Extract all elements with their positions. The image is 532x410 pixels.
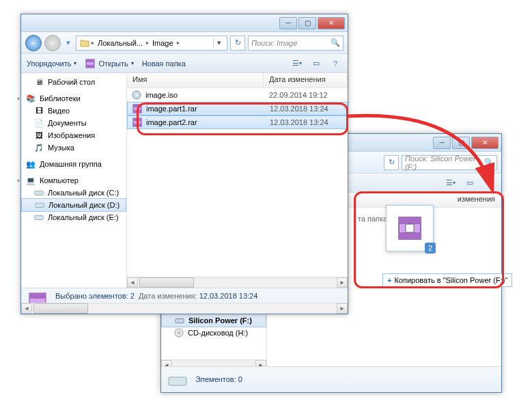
explorer-window-source: ─ ▢ ✕ ← → ▾ ▸ Локальный... ▸ Image ▸ ▾ ↻…	[20, 14, 348, 314]
documents-icon: 📄	[33, 118, 44, 128]
search-icon: 🔍	[484, 158, 494, 167]
svg-rect-25	[399, 217, 421, 224]
scroll-thumb[interactable]	[139, 277, 194, 288]
svg-rect-26	[399, 232, 421, 239]
file-name: image.part1.rar	[146, 105, 197, 113]
drag-count-badge: 2	[425, 243, 436, 254]
svg-rect-27	[406, 224, 414, 232]
svg-rect-22	[29, 293, 46, 299]
pictures-icon: 🖼	[33, 131, 44, 140]
rar-icon	[132, 103, 143, 114]
file-row-selected[interactable]: image.part2.rar 12.03.2018 13:24	[127, 115, 348, 129]
address-bar: ← → ▾ ▸ Локальный... ▸ Image ▸ ▾ ↻ Поиск…	[21, 32, 348, 54]
crumb-parent[interactable]: Локальный...	[96, 38, 145, 48]
svg-rect-3	[176, 318, 184, 323]
open-button[interactable]: Открыть ▾	[85, 59, 133, 68]
search-input[interactable]: Поиск: Image 🔍	[248, 36, 344, 51]
nav-drive-d-selected[interactable]: Локальный диск (D:)	[21, 198, 126, 212]
svg-point-14	[136, 94, 138, 96]
drag-ghost: 2	[386, 205, 434, 251]
nav-drive-f-selected[interactable]: Silicon Power (F:)	[161, 314, 266, 327]
maximize-button[interactable]: ▢	[452, 137, 470, 149]
view-options-button[interactable]: ☰ ▾	[444, 177, 458, 189]
folder-icon	[79, 38, 90, 48]
svg-rect-6	[169, 377, 186, 385]
maximize-button[interactable]: ▢	[298, 17, 316, 29]
scroll-left[interactable]: ◄	[127, 277, 138, 288]
drive-large-icon	[167, 369, 188, 391]
refresh-button[interactable]: ↻	[230, 36, 245, 51]
nav-music[interactable]: 🎵Музыка	[21, 141, 126, 154]
view-options-button[interactable]: ☰ ▾	[290, 57, 304, 70]
column-headers: Имя Дата изменения	[127, 73, 348, 88]
search-placeholder: Поиск: Silicon Power (F:)	[405, 154, 484, 171]
drive-icon	[33, 213, 44, 222]
organize-button[interactable]: Упорядочить ▾	[27, 59, 76, 68]
svg-point-5	[178, 332, 180, 334]
search-input[interactable]: Поиск: Silicon Power (F:) 🔍	[402, 155, 497, 170]
nav-pane: 🖥Рабочий стол ▾📚Библиотеки 🎞Видео 📄Докум…	[21, 73, 127, 288]
nav-cd-drive[interactable]: CD-дисковод (H:)	[161, 327, 266, 339]
history-dropdown[interactable]: ▾	[64, 36, 73, 50]
homegroup-icon: 👥	[25, 159, 36, 169]
refresh-button[interactable]: ↻	[384, 155, 399, 170]
scroll-right[interactable]: ►	[337, 277, 348, 288]
rar-icon	[132, 117, 143, 128]
svg-rect-10	[35, 191, 43, 195]
nav-documents[interactable]: 📄Документы	[21, 117, 126, 129]
svg-rect-19	[133, 118, 141, 121]
help-button[interactable]: ?	[482, 177, 496, 189]
file-row-selected[interactable]: image.part1.rar 12.03.2018 13:24	[127, 102, 348, 115]
status-date-value: 12.03.2018 13:24	[199, 292, 258, 300]
svg-rect-9	[86, 65, 94, 68]
svg-rect-12	[35, 215, 43, 219]
close-button[interactable]: ✕	[471, 137, 499, 149]
minimize-button[interactable]: ─	[433, 137, 451, 149]
col-name[interactable]: Имя	[127, 73, 264, 87]
back-button[interactable]: ←	[25, 35, 42, 51]
titlebar: ─ ▢ ✕	[21, 14, 348, 32]
computer-icon: 💻	[25, 176, 36, 185]
preview-pane-button[interactable]: ▭	[463, 177, 477, 189]
drive-icon	[34, 200, 45, 210]
breadcrumb[interactable]: ▸ Локальный... ▸ Image ▸ ▾	[76, 36, 227, 51]
libraries-icon: 📚	[25, 94, 36, 103]
svg-rect-11	[36, 203, 44, 207]
nav-pictures[interactable]: 🖼Изображения	[21, 129, 126, 141]
svg-rect-17	[133, 110, 141, 113]
nav-homegroup[interactable]: 👥Домашняя группа	[21, 158, 126, 170]
status-selected: Выбрано элементов: 2	[55, 292, 135, 300]
search-placeholder: Поиск: Image	[251, 39, 298, 47]
nav-computer[interactable]: ▾💻Компьютер	[21, 174, 126, 187]
scroll-left[interactable]: ◄	[161, 360, 172, 366]
preview-pane-button[interactable]: ▭	[309, 57, 323, 70]
svg-rect-8	[86, 59, 94, 62]
crumb-current[interactable]: Image	[150, 38, 176, 48]
file-row[interactable]: image.iso 22.09.2014 19:12	[127, 88, 348, 102]
desktop-icon: 🖥	[33, 77, 44, 87]
file-list[interactable]: Имя Дата изменения image.iso 22.09.2014 …	[127, 73, 348, 288]
scroll-right[interactable]: ►	[255, 360, 266, 366]
plus-icon: +	[387, 276, 391, 284]
new-folder-button[interactable]: Новая папка	[142, 59, 186, 68]
svg-rect-20	[133, 124, 141, 126]
video-icon: 🎞	[33, 106, 44, 115]
minimize-button[interactable]: ─	[279, 17, 297, 29]
nav-video[interactable]: 🎞Видео	[21, 105, 126, 117]
nav-drive-c[interactable]: Локальный диск (C:)	[21, 187, 126, 199]
cd-icon	[173, 328, 184, 338]
file-name: image.part2.rar	[146, 118, 197, 126]
help-button[interactable]: ?	[328, 57, 342, 70]
nav-desktop[interactable]: 🖥Рабочий стол	[21, 76, 126, 88]
usb-drive-icon	[174, 316, 185, 325]
drive-icon	[33, 188, 44, 197]
nav-libraries[interactable]: ▾📚Библиотеки	[21, 92, 126, 105]
drag-copy-tooltip: + Копировать в "Silicon Power (F:)"	[382, 273, 512, 287]
col-date[interactable]: Дата изменения	[264, 73, 348, 87]
nav-drive-e[interactable]: Локальный диск (E:)	[21, 211, 126, 223]
address-dropdown[interactable]: ▾	[213, 38, 224, 47]
music-icon: 🎵	[33, 143, 44, 152]
close-button[interactable]: ✕	[318, 17, 345, 29]
forward-button[interactable]: →	[44, 35, 61, 51]
status-text: Элементов: 0	[195, 374, 242, 384]
